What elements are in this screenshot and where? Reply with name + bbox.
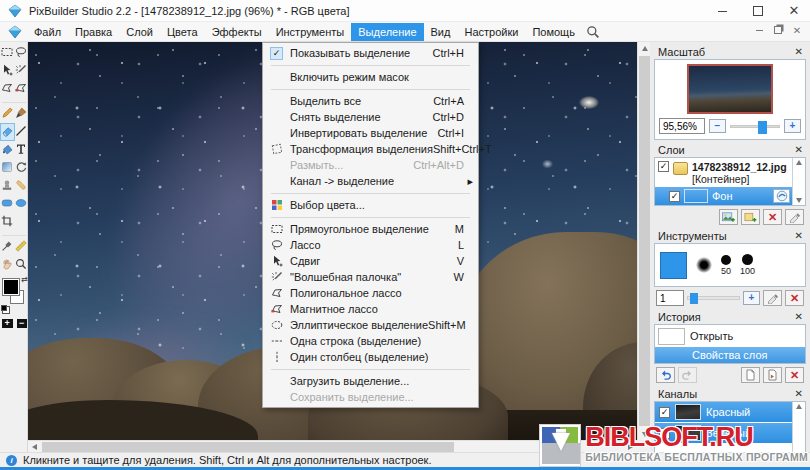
menu-item[interactable]: ✓ ▸	[263, 189, 478, 197]
doc-close-button[interactable]: ✕	[792, 25, 802, 35]
menu-item[interactable]: ✓ Магнитное лассо ▸	[263, 301, 478, 317]
add-preset-button[interactable]: +	[743, 291, 760, 305]
horizontal-scroll-thumb[interactable]	[42, 442, 454, 452]
menu-item[interactable]: ✓ ▸	[263, 213, 478, 221]
snapshot-from-state-button[interactable]	[763, 367, 782, 383]
vertical-scroll-thumb[interactable]	[639, 56, 650, 426]
history-entry[interactable]: Открыть	[655, 325, 805, 347]
channel-row[interactable]: ✓ Красный	[655, 402, 792, 422]
brush-size-slider-thumb[interactable]	[690, 293, 698, 304]
menu-bar-item[interactable]: Правка	[68, 23, 119, 41]
edit-preset-button[interactable]	[763, 290, 782, 306]
smudge-tool[interactable]	[15, 160, 28, 176]
tool-button[interactable]	[2, 232, 26, 236]
menu-item[interactable]: ✓ Полигональное лассо ▸	[263, 285, 478, 301]
eraser-tool[interactable]	[1, 124, 14, 140]
pencil-tool[interactable]	[1, 106, 14, 122]
menu-item[interactable]: ✓ ▸	[263, 61, 478, 69]
channel-visibility-checkbox[interactable]: ✓	[659, 407, 670, 418]
healing-tool[interactable]	[15, 178, 28, 194]
menu-item[interactable]: ✓ Сдвиг V ▸	[263, 253, 478, 269]
zoom-value-input[interactable]	[659, 118, 705, 134]
history-entry[interactable]: Свойства слоя	[655, 347, 805, 363]
menu-item[interactable]: ✓ Снять выделение Ctrl+D ▸	[263, 109, 478, 125]
menu-item[interactable]: ✓ Эллиптическое выделение Shift+M ▸	[263, 317, 478, 333]
menu-bar-item[interactable]: Инструменты	[269, 23, 352, 41]
new-snapshot-button[interactable]	[741, 367, 760, 383]
menu-item[interactable]: ✓ Инвертировать выделение Ctrl+I ▸	[263, 125, 478, 141]
zoom-plus-button[interactable]: +	[784, 119, 801, 133]
close-icon[interactable]: ✕	[795, 47, 803, 57]
foreground-color-swatch[interactable]	[2, 278, 20, 296]
brush-size-slider[interactable]	[687, 296, 740, 300]
eyedropper-tool[interactable]	[1, 239, 14, 255]
close-icon[interactable]: ✕	[795, 312, 803, 322]
menu-bar-item[interactable]: Слой	[119, 23, 160, 41]
magnetic-lasso-tool[interactable]	[15, 81, 28, 97]
close-button[interactable]: ✕	[788, 5, 800, 17]
menu-item[interactable]: ✓ Показывать выделение Ctrl+H ▸	[263, 45, 478, 61]
move-tool[interactable]	[1, 63, 14, 79]
fill-tool[interactable]	[1, 142, 14, 158]
menu-item[interactable]: ✓ Выделить все Ctrl+A ▸	[263, 93, 478, 109]
menu-item[interactable]: ✓ Прямоугольное выделение M ▸	[263, 221, 478, 237]
layer-group-row[interactable]: ✓ 1478238912_12.jpg [Контейнер]	[655, 158, 805, 187]
menu-item[interactable]: ✓ ▸	[263, 85, 478, 93]
undo-button[interactable]	[656, 367, 675, 383]
hand-tool[interactable]	[1, 257, 14, 273]
menu-item[interactable]: ✓ Загрузить выделение... ▸	[263, 373, 478, 389]
tool-button[interactable]	[2, 99, 26, 103]
text-tool[interactable]	[15, 142, 28, 158]
zoom-slider-thumb[interactable]	[758, 121, 767, 134]
swap-colors-icon[interactable]: ⇄	[21, 275, 28, 284]
menu-item[interactable]: ✓ Сохранить выделение... ▸	[263, 389, 478, 405]
menu-item[interactable]: ✓ Включить режим масок ▸	[263, 69, 478, 85]
new-layer-button[interactable]	[741, 209, 760, 225]
soft-brush-preset[interactable]	[696, 257, 712, 273]
layer-visibility-checkbox[interactable]: ✓	[658, 161, 669, 172]
close-icon[interactable]: ✕	[795, 389, 803, 399]
layer-visibility-checkbox[interactable]: ✓	[669, 191, 680, 202]
menu-bar-item[interactable]: Выделение	[351, 23, 423, 41]
gradient-tool[interactable]	[1, 160, 14, 176]
layers-scrollbar[interactable]	[792, 158, 805, 205]
default-colors-icon[interactable]	[1, 305, 7, 311]
doc-restore-button[interactable]	[773, 25, 783, 35]
lasso-tool[interactable]	[15, 45, 28, 61]
zoom-out-button[interactable]: −	[17, 319, 28, 328]
menu-item[interactable]: ✓ Одна строка (выделение) ▸	[263, 333, 478, 349]
maximize-button[interactable]	[752, 5, 764, 17]
zoom-tool[interactable]	[15, 257, 28, 273]
menu-bar-item[interactable]: Настройки	[457, 23, 525, 41]
close-icon[interactable]: ✕	[795, 231, 803, 241]
rounded-rect-tool[interactable]	[1, 196, 14, 212]
zoom-in-button[interactable]: +	[2, 319, 13, 328]
stamp-tool[interactable]	[1, 178, 14, 194]
empty-slot[interactable]	[15, 214, 28, 230]
layer-properties-button[interactable]	[785, 209, 804, 225]
crop-tool[interactable]	[1, 214, 14, 230]
close-icon[interactable]: ✕	[795, 145, 803, 155]
brush-preset-100[interactable]: 100	[740, 254, 755, 276]
delete-layer-button[interactable]: ✕	[763, 209, 782, 225]
search-icon[interactable]	[586, 25, 600, 39]
delete-history-button[interactable]: ✕	[785, 367, 804, 383]
zoom-minus-button[interactable]: −	[709, 119, 726, 133]
menu-item[interactable]: ✓ Лассо L ▸	[263, 237, 478, 253]
ruler-tool[interactable]	[15, 239, 28, 255]
menu-item[interactable]: ✓ Канал -> выделение ▸	[263, 173, 478, 189]
layer-lock-icon[interactable]	[773, 189, 790, 203]
magic-wand-tool[interactable]	[15, 63, 28, 79]
menu-bar-item[interactable]: Вид	[424, 23, 458, 41]
brush-tool[interactable]	[15, 106, 28, 122]
brush-color-swatch[interactable]	[660, 252, 687, 279]
add-image-layer-button[interactable]	[719, 209, 738, 225]
line-tool[interactable]	[15, 124, 28, 140]
brush-size-input[interactable]	[656, 290, 684, 306]
navigator-thumbnail[interactable]	[687, 64, 773, 114]
menu-item[interactable]: ✓ ▸	[263, 365, 478, 373]
background-layer-row[interactable]: ✓ Фон	[655, 187, 792, 205]
vertical-scrollbar[interactable]	[637, 42, 650, 440]
brush-preset-50[interactable]: 50	[721, 255, 731, 276]
menu-item[interactable]: ✓ Трансформация выделения Shift+Ctrl+T ▸	[263, 141, 478, 157]
